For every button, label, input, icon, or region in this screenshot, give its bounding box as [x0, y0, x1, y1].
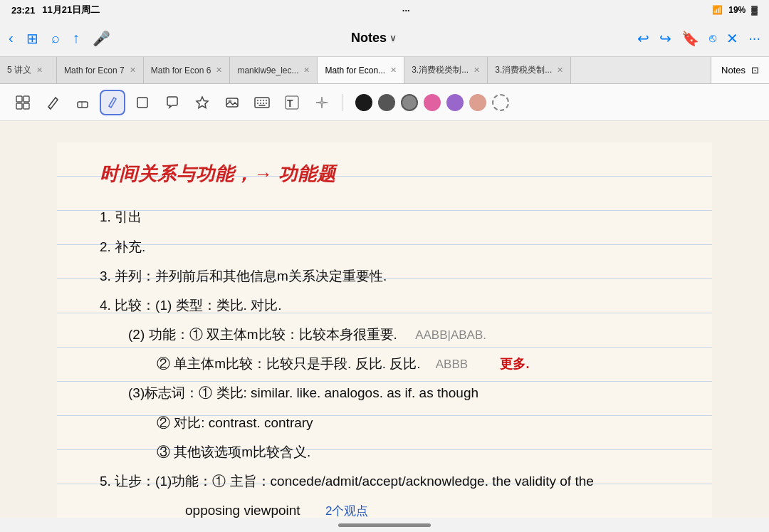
- lasso-tool-button[interactable]: [10, 90, 36, 115]
- tab-math-econ6[interactable]: Math for Econ 6 ✕: [144, 57, 231, 83]
- redo-button[interactable]: ↪: [659, 30, 671, 47]
- note-line-1: 1. 引出: [100, 204, 684, 229]
- text-icon: T: [285, 95, 299, 110]
- line11-text: opposing viewpoint: [185, 503, 300, 518]
- tab-5jiangyi[interactable]: 5 讲义 ✕: [0, 57, 57, 83]
- app-title: Notes: [351, 31, 387, 46]
- color-palette: [355, 94, 509, 111]
- nav-left: ‹ ⊞ ⌕ ↑ 🎤: [9, 30, 110, 47]
- search-button[interactable]: ⌕: [51, 30, 60, 46]
- export-button[interactable]: ⎋: [709, 31, 716, 46]
- battery-icon: ▓: [751, 5, 758, 15]
- color-peach[interactable]: [469, 94, 486, 111]
- three-dots: ···: [402, 5, 410, 16]
- tab-mankiw[interactable]: mankiw9e_lec... ✕: [230, 57, 318, 83]
- close-button[interactable]: ✕: [726, 30, 738, 47]
- shape-icon: [135, 95, 150, 110]
- svg-rect-2: [16, 103, 22, 109]
- note-line-2: 2. 补充.: [100, 234, 684, 259]
- toolbar-separator: [342, 94, 342, 111]
- share-button[interactable]: ↑: [73, 30, 80, 46]
- magic-icon: [315, 95, 329, 110]
- color-purple[interactable]: [446, 94, 464, 111]
- tab-math-econ-active[interactable]: Math for Econ... ✕: [318, 57, 404, 83]
- svg-rect-10: [226, 98, 238, 107]
- note-content: 时间关系与功能，→ 功能题 1. 引出 2. 补充. 3. 并列：并列前后和其他…: [100, 157, 684, 518]
- tab-close-icon[interactable]: ✕: [557, 66, 563, 75]
- line6-text: ② 单主体m比较：比较只是手段. 反比. 反比.: [157, 356, 421, 371]
- toolbar: T: [0, 84, 769, 121]
- svg-rect-1: [23, 96, 29, 102]
- tab-label: mankiw9e_lec...: [237, 66, 298, 75]
- note-line-6: ② 单主体m比较：比较只是手段. 反比. 反比. ABBB 更多.: [157, 351, 684, 376]
- dropdown-chevron[interactable]: ∨: [389, 33, 397, 43]
- main-content: 时间关系与功能，→ 功能题 1. 引出 2. 补充. 3. 并列：并列前后和其他…: [0, 121, 769, 518]
- tab-math-econ7[interactable]: Math for Econ 7 ✕: [57, 57, 144, 83]
- battery-text: 19%: [728, 5, 746, 15]
- svg-rect-12: [255, 98, 269, 108]
- nav-bar: ‹ ⊞ ⌕ ↑ 🎤 Notes ∨ ↩ ↪ 🔖 ⎋ ✕ ···: [0, 20, 769, 57]
- line5-annotation: AABB|ABAB.: [415, 328, 486, 342]
- nav-center: Notes ∨: [351, 31, 397, 46]
- note-line-11: opposing viewpoint 2个观点: [185, 498, 684, 518]
- keyboard-tool-button[interactable]: [249, 90, 275, 115]
- line11-annotation: 2个观点: [325, 504, 368, 518]
- tab-close-icon[interactable]: ✕: [390, 66, 397, 75]
- svg-line-4: [48, 107, 51, 109]
- eraser-tool-button[interactable]: [70, 90, 95, 115]
- color-pink[interactable]: [424, 94, 441, 111]
- status-bar: 23:21 11月21日周二 ··· 📶 19% ▓: [0, 0, 769, 20]
- tab-close-icon[interactable]: ✕: [36, 66, 43, 75]
- undo-button[interactable]: ↩: [637, 30, 649, 47]
- tab-xiaofei2[interactable]: 3.消费税类制... ✕: [488, 57, 571, 83]
- note-line-5: (2) 功能：① 双主体m比较：比较本身很重要. AABB|ABAB.: [128, 322, 684, 347]
- note-title: 时间关系与功能，→ 功能题: [100, 157, 684, 192]
- date: 11月21日周二: [42, 4, 100, 16]
- notes-tab-label: Notes: [721, 65, 746, 75]
- svg-rect-3: [23, 103, 29, 109]
- note-line-8: ② 对比: contrast. contrary: [157, 410, 684, 435]
- speech-bubble-button[interactable]: [159, 90, 185, 115]
- pen-icon: [46, 95, 60, 110]
- image-tool-button[interactable]: [219, 90, 245, 115]
- bookmark-button[interactable]: 🔖: [681, 30, 699, 47]
- color-gray[interactable]: [401, 94, 418, 111]
- tab-xiaofei1[interactable]: 3.消费税类制... ✕: [404, 57, 488, 83]
- svg-text:T: T: [287, 98, 293, 109]
- text-tool-button[interactable]: T: [279, 90, 305, 115]
- tab-close-icon[interactable]: ✕: [130, 66, 136, 75]
- magic-tool-button[interactable]: [309, 90, 335, 115]
- note-line-7: (3)标志词：① 类比: similar. like. analogos. as…: [128, 380, 684, 405]
- wifi-icon: 📶: [712, 5, 723, 15]
- grid-button[interactable]: ⊞: [26, 30, 38, 47]
- lasso-icon: [15, 95, 31, 110]
- notes-tab[interactable]: Notes ⊡: [711, 57, 769, 83]
- back-button[interactable]: ‹: [9, 30, 14, 46]
- tab-label: 3.消费税类制...: [412, 64, 469, 76]
- eraser-icon: [75, 95, 90, 110]
- notes-tab-icon: ⊡: [751, 65, 759, 75]
- tab-close-icon[interactable]: ✕: [303, 66, 310, 75]
- color-ring[interactable]: [492, 94, 509, 111]
- line5-text: (2) 功能：① 双主体m比较：比较本身很重要.: [128, 327, 397, 342]
- pen-tool-button[interactable]: [40, 90, 66, 115]
- line6-more: 更多.: [500, 357, 529, 371]
- tab-label: Math for Econ 6: [151, 66, 211, 75]
- svg-rect-5: [78, 102, 88, 108]
- pencil-tool-button[interactable]: [100, 90, 125, 115]
- svg-rect-0: [16, 96, 22, 102]
- tab-close-icon[interactable]: ✕: [216, 66, 222, 75]
- tab-label: 5 讲义: [7, 64, 31, 76]
- color-black[interactable]: [355, 94, 372, 111]
- note-line-4: 4. 比较：(1) 类型：类比. 对比.: [100, 293, 684, 318]
- star-tool-button[interactable]: [189, 90, 215, 115]
- home-indicator: [0, 518, 769, 532]
- time: 23:21: [11, 5, 35, 16]
- shape-tool-button[interactable]: [130, 90, 155, 115]
- color-dark-gray[interactable]: [378, 94, 395, 111]
- note-line-3: 3. 并列：并列前后和其他信息m关系决定重要性.: [100, 264, 684, 288]
- speech-bubble-icon: [165, 95, 179, 110]
- mic-button[interactable]: 🎤: [93, 30, 110, 47]
- tab-close-icon[interactable]: ✕: [474, 66, 480, 75]
- more-button[interactable]: ···: [748, 30, 760, 46]
